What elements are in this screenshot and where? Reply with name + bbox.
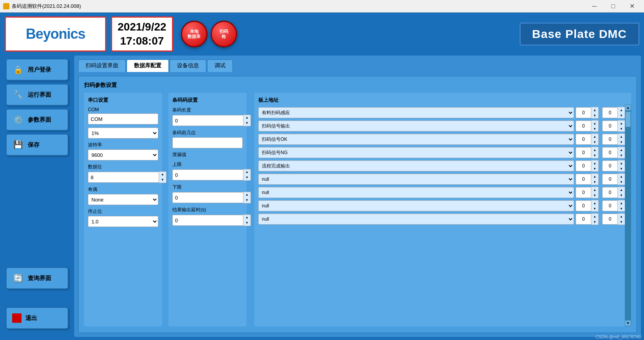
addr-name-select-5[interactable]: null [258, 174, 574, 185]
addr-val1-up-4[interactable]: ▲ [591, 160, 598, 166]
addr-val1-down-6[interactable]: ▼ [591, 192, 598, 198]
addr-name-select-6[interactable]: null [258, 187, 574, 198]
scroll-up-button[interactable]: ▲ [625, 104, 631, 111]
upper-up[interactable]: ▲ [243, 169, 250, 175]
baud-rate-select[interactable]: 9600 [88, 149, 158, 160]
addr-val1-down-4[interactable]: ▼ [591, 166, 598, 171]
addr-val1-down-1[interactable]: ▼ [591, 126, 598, 131]
addr-val2-up-4[interactable]: ▲ [618, 160, 625, 166]
addr-val1-up-5[interactable]: ▲ [591, 174, 598, 179]
output-delay-input[interactable] [172, 215, 243, 226]
addr-val2-down-6[interactable]: ▼ [618, 192, 625, 198]
addr-val2-up-3[interactable]: ▲ [618, 147, 625, 153]
addr-val1-input-4[interactable] [576, 160, 591, 171]
addr-val1-input-8[interactable] [576, 214, 591, 225]
code-length-up[interactable]: ▲ [243, 115, 250, 121]
sidebar-item-query[interactable]: 🔄 查询界面 [6, 267, 68, 289]
addr-val2-up-5[interactable]: ▲ [618, 174, 625, 179]
addr-val1-input-3[interactable] [576, 147, 591, 158]
addr-val1-down-5[interactable]: ▼ [591, 179, 598, 185]
tab-db-config[interactable]: 数据库配置 [127, 59, 169, 72]
addr-val1-up-0[interactable]: ▲ [591, 107, 598, 113]
addr-val2-down-4[interactable]: ▼ [618, 166, 625, 171]
output-delay-down[interactable]: ▼ [243, 220, 250, 226]
sidebar-item-exit[interactable]: 退出 [6, 307, 68, 329]
sidebar-item-save[interactable]: 💾 保存 [6, 134, 68, 156]
scan-gun-button[interactable]: 扫码 枪 [211, 21, 237, 47]
addr-val1-up-7[interactable]: ▲ [591, 200, 598, 206]
addr-val2-up-8[interactable]: ▲ [618, 214, 625, 219]
tab-device-info[interactable]: 设备信息 [170, 59, 206, 72]
addr-val1-up-8[interactable]: ▲ [591, 214, 598, 219]
addr-val2-input-7[interactable] [602, 200, 618, 211]
addr-val2-down-7[interactable]: ▼ [618, 206, 625, 211]
addr-name-select-2[interactable]: 扫码信号OK [258, 134, 574, 145]
code-prefix-input[interactable] [172, 137, 243, 148]
sidebar-item-params[interactable]: ⚙️ 参数界面 [6, 109, 68, 131]
code-length-input[interactable] [172, 115, 243, 126]
addr-val1-input-5[interactable] [576, 174, 591, 185]
local-db-button[interactable]: 本地 数据库 [181, 21, 208, 47]
addr-val2-down-1[interactable]: ▼ [618, 126, 625, 131]
addr-name-select-7[interactable]: null [258, 200, 574, 211]
data-bits-up[interactable]: ▲ [159, 172, 166, 177]
addr-name-select-4[interactable]: 流程完成输出 [258, 160, 574, 171]
sidebar-item-run[interactable]: 🔧 运行界面 [6, 84, 68, 106]
addr-val2-down-2[interactable]: ▼ [618, 139, 625, 145]
addr-val2-up-6[interactable]: ▲ [618, 187, 625, 192]
maximize-button[interactable]: □ [604, 0, 622, 12]
addr-val2-down-3[interactable]: ▼ [618, 153, 625, 158]
addr-val2-input-1[interactable] [602, 121, 618, 131]
output-delay-up[interactable]: ▲ [243, 215, 250, 220]
addr-name-select-0[interactable]: 有料扫码感应 [258, 107, 574, 118]
addr-val1-up-3[interactable]: ▲ [591, 147, 598, 153]
addr-val2-up-0[interactable]: ▲ [618, 107, 625, 113]
addr-val1-input-1[interactable] [576, 121, 591, 131]
addr-val2-down-8[interactable]: ▼ [618, 219, 625, 225]
addr-val1-down-0[interactable]: ▼ [591, 113, 598, 118]
addr-val1-input-6[interactable] [576, 187, 591, 198]
lower-input[interactable] [172, 192, 243, 203]
addr-val1-down-7[interactable]: ▼ [591, 206, 598, 211]
tab-scan-settings[interactable]: 扫码设置界面 [78, 59, 126, 72]
scrollbar[interactable]: ▲ ▼ [625, 104, 631, 326]
addr-val2-down-0[interactable]: ▼ [618, 113, 625, 118]
minimize-button[interactable]: ─ [585, 0, 603, 12]
addr-val1-down-2[interactable]: ▼ [591, 139, 598, 145]
addr-val2-input-8[interactable] [602, 214, 618, 225]
addr-val1-down-3[interactable]: ▼ [591, 153, 598, 158]
addr-val2-input-6[interactable] [602, 187, 618, 198]
addr-val1-up-6[interactable]: ▲ [591, 187, 598, 192]
addr-val1-input-0[interactable] [576, 107, 591, 118]
data-bits-input[interactable] [88, 172, 159, 183]
com-input[interactable] [88, 113, 158, 124]
addr-val2-down-5[interactable]: ▼ [618, 179, 625, 185]
addr-val1-input-2[interactable] [576, 134, 591, 145]
close-button[interactable]: ✕ [623, 0, 641, 12]
addr-val2-up-2[interactable]: ▲ [618, 134, 625, 139]
addr-name-select-3[interactable]: 扫码信号NG [258, 147, 574, 158]
data-bits-down[interactable]: ▼ [159, 177, 166, 183]
sidebar-item-login[interactable]: 🔒 用户登录 [6, 59, 68, 81]
scroll-thumb[interactable] [625, 112, 631, 127]
addr-val1-down-8[interactable]: ▼ [591, 219, 598, 225]
addr-val2-input-2[interactable] [602, 134, 618, 145]
addr-val2-up-1[interactable]: ▲ [618, 121, 625, 126]
tab-debug[interactable]: 调试 [207, 59, 233, 72]
addr-val2-input-5[interactable] [602, 174, 618, 185]
addr-val1-input-7[interactable] [576, 200, 591, 211]
addr-val2-up-7[interactable]: ▲ [618, 200, 625, 206]
addr-val1-up-1[interactable]: ▲ [591, 121, 598, 126]
parity-select[interactable]: None [88, 194, 158, 205]
addr-val2-input-4[interactable] [602, 160, 618, 171]
addr-val2-input-0[interactable] [602, 107, 618, 118]
scroll-down-button[interactable]: ▼ [625, 320, 631, 326]
addr-val2-input-3[interactable] [602, 147, 618, 158]
addr-val1-up-2[interactable]: ▲ [591, 134, 598, 139]
lower-down[interactable]: ▼ [243, 198, 250, 203]
addr-name-select-8[interactable]: null [258, 214, 574, 225]
upper-down[interactable]: ▼ [243, 175, 250, 180]
stop-bits-select[interactable]: 1.0 [88, 216, 158, 227]
upper-input[interactable] [172, 169, 243, 180]
code-length-down[interactable]: ▼ [243, 121, 250, 126]
